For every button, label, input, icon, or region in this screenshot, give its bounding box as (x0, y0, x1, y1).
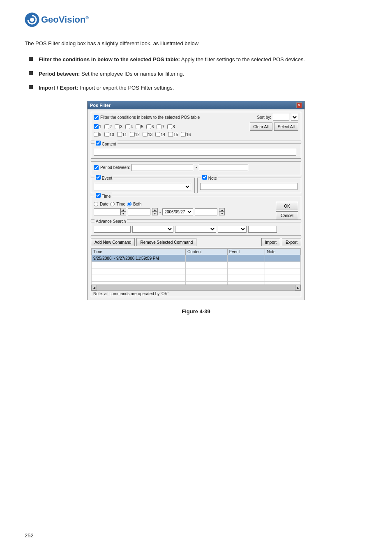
checkbox-3[interactable] (115, 124, 120, 129)
period-from-input[interactable] (131, 164, 193, 171)
from-time-spin-down[interactable]: ▼ (152, 212, 157, 215)
checkbox-7[interactable] (157, 124, 161, 129)
bullet-icon-3 (29, 85, 33, 89)
period-to-input[interactable] (199, 164, 248, 171)
checkbox-2[interactable] (104, 124, 109, 129)
check-13: 13 (143, 132, 152, 137)
content-checkbox[interactable] (96, 141, 101, 146)
time-group: Time OK Cancel Date Time Both (91, 196, 301, 220)
checkbox-15[interactable] (168, 132, 173, 137)
export-button[interactable]: Export (282, 238, 301, 246)
advance-dropdown-1[interactable] (132, 226, 173, 233)
to-time-spin-up[interactable]: ▲ (219, 208, 224, 212)
from-time-input[interactable]: 00:00:00 (128, 208, 150, 215)
sort-by-dropdown[interactable] (291, 114, 298, 121)
checkbox-16[interactable] (181, 132, 186, 137)
event-checkbox[interactable] (96, 175, 101, 180)
horizontal-scrollbar[interactable]: ◀ ▶ (91, 285, 301, 291)
time-inputs-row: 2006/09/25 ▲ ▼ 00:00:00 ▲ ▼ - 2006/09/27 (94, 208, 298, 215)
radio-both[interactable] (127, 202, 131, 206)
radio-time[interactable] (110, 202, 115, 206)
from-date-spin-down[interactable]: ▼ (121, 212, 126, 215)
from-time-spin-buttons: ▲ ▼ (152, 208, 158, 215)
content-group-label: Content (95, 141, 118, 146)
dialog-close-button[interactable]: × (296, 102, 302, 108)
checkbox-10[interactable] (104, 132, 109, 137)
import-button[interactable]: Import (261, 238, 280, 246)
checkbox-4[interactable] (125, 124, 130, 129)
scroll-right-button[interactable]: ▶ (295, 285, 301, 291)
checkbox-6[interactable] (146, 124, 151, 129)
content-input[interactable] (94, 149, 296, 156)
table-row (92, 282, 301, 285)
action-buttons-row: Add New Command Remove Selected Command … (91, 238, 301, 246)
to-time-spin-down[interactable]: ▼ (219, 212, 224, 215)
from-time-spin-up[interactable]: ▲ (152, 208, 157, 212)
event-note-row: Event Note (91, 178, 301, 196)
advance-search-group: Advance Search (91, 222, 301, 236)
checkbox-1[interactable] (94, 124, 99, 129)
cell-time: 9/25/2006 ~ 9/27/2006 11:59:59 PM (92, 255, 186, 262)
clear-all-button[interactable]: Clear All (250, 123, 272, 131)
advance-value-input[interactable] (248, 226, 277, 233)
check-11: 11 (117, 132, 127, 137)
check-9: 9 (94, 132, 101, 137)
checkbox-5[interactable] (136, 124, 141, 129)
ok-button[interactable]: OK (276, 202, 298, 210)
time-checkbox[interactable] (96, 193, 101, 198)
add-new-command-button[interactable]: Add New Command (91, 238, 135, 246)
radio-date-label: Date (100, 202, 108, 206)
bullet-text-1: Filter the conditions in below to the se… (39, 56, 305, 64)
data-table-scroll[interactable]: Time Content Event Note 9/25/2006 ~ 9/27… (91, 248, 301, 285)
period-checkbox[interactable] (94, 165, 99, 170)
event-group: Event (91, 178, 195, 193)
checkbox-12[interactable] (130, 132, 135, 137)
cancel-button[interactable]: Cancel (276, 211, 298, 220)
to-time-input[interactable]: 23:59:59 (195, 208, 217, 215)
time-dash: - (159, 210, 161, 214)
check-15: 15 (168, 132, 178, 137)
advance-input[interactable] (94, 226, 131, 233)
table-row[interactable]: 9/25/2006 ~ 9/27/2006 11:59:59 PM (92, 255, 301, 262)
advance-dropdown-3[interactable] (218, 226, 247, 233)
bullet-icon-2 (29, 71, 33, 75)
cell-event (227, 255, 265, 262)
check-5: 5 (136, 124, 143, 129)
table-header-row: Time Content Event Note (92, 249, 301, 255)
sort-by-label: Sort by: (257, 115, 271, 120)
filter-row: Filter the conditions in below to the se… (94, 114, 298, 121)
logo-text: GeoVision® (41, 14, 89, 25)
check-3: 3 (115, 124, 122, 129)
event-dropdown[interactable] (94, 183, 191, 190)
cell-note (265, 255, 301, 262)
radio-date[interactable] (94, 202, 98, 206)
check-4: 4 (125, 124, 133, 129)
remove-selected-command-button[interactable]: Remove Selected Command (136, 238, 196, 246)
advance-dropdown-2[interactable] (175, 226, 216, 233)
scroll-left-button[interactable]: ◀ (91, 285, 97, 291)
checkbox-14[interactable] (155, 132, 160, 137)
period-label: Period between: (100, 165, 130, 170)
note-input[interactable] (200, 183, 297, 190)
bullet-item-3: Import / Export: Import or export the PO… (25, 84, 367, 92)
note-checkbox[interactable] (202, 175, 207, 180)
scroll-track[interactable] (97, 285, 295, 290)
event-dropdown-row (94, 183, 192, 190)
checkbox-11[interactable] (117, 132, 122, 137)
check-1: 1 (94, 124, 101, 129)
from-date-spin-up[interactable]: ▲ (121, 208, 126, 212)
sort-by-input[interactable]: ID (273, 114, 289, 121)
from-date-input[interactable]: 2006/09/25 (94, 208, 120, 215)
checkbox-9[interactable] (94, 132, 99, 137)
from-date-spinbox: 2006/09/25 ▲ ▼ (94, 208, 126, 215)
to-date-dropdown[interactable]: 2006/09/27 (162, 208, 193, 215)
filter-conditions-checkbox[interactable] (94, 115, 99, 120)
select-all-button[interactable]: Select All (274, 123, 298, 131)
to-time-spin-buttons: ▲ ▼ (219, 208, 225, 215)
checkbox-13[interactable] (143, 132, 148, 137)
radio-time-label: Time (116, 202, 125, 206)
checkbox-8[interactable] (167, 124, 172, 129)
advance-search-row (94, 226, 298, 233)
filter-group: Filter the conditions in below to the se… (91, 112, 301, 141)
figure-caption: Figure 4-39 (25, 308, 367, 314)
